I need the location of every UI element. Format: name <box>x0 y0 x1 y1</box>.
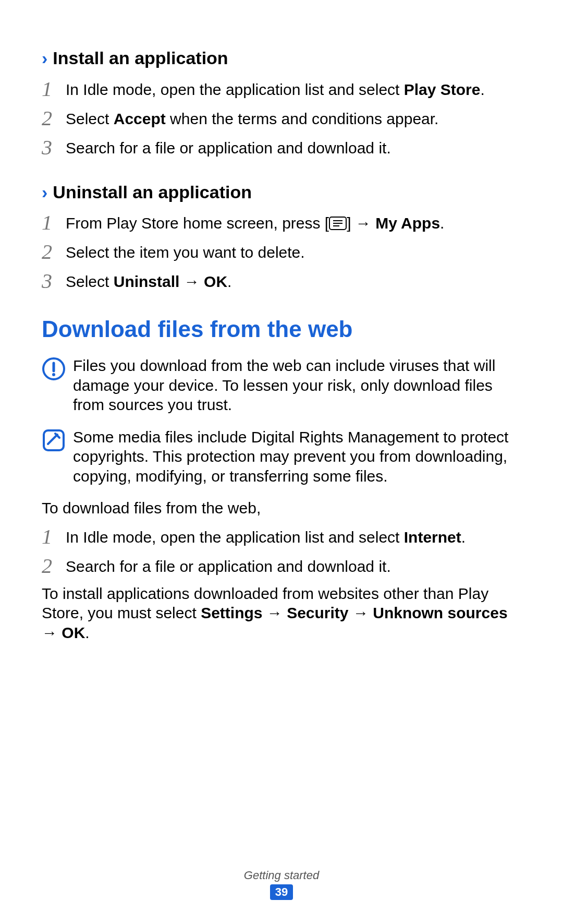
text: Select <box>66 273 114 290</box>
section-title-download: Download files from the web <box>42 315 521 343</box>
warning-text: Files you download from the web can incl… <box>73 356 521 415</box>
text: . <box>227 273 231 290</box>
bold-text: Internet <box>404 529 461 546</box>
text: . <box>461 529 466 546</box>
install-step-1: 1 In Idle mode, open the application lis… <box>42 78 521 100</box>
step-body: From Play Store home screen, press [] → … <box>66 211 521 233</box>
bold-text: Accept <box>114 110 166 127</box>
footer-section-name: Getting started <box>0 868 563 883</box>
download-intro: To download files from the web, <box>42 498 521 518</box>
text: In Idle mode, open the application list … <box>66 81 404 98</box>
step-body: Select Accept when the terms and conditi… <box>66 107 521 129</box>
step-number: 1 <box>42 525 66 547</box>
text: Search for a file or application and dow… <box>66 558 391 575</box>
step-body: In Idle mode, open the application list … <box>66 78 521 100</box>
bold-text: Uninstall → OK <box>114 273 227 290</box>
uninstall-step-1: 1 From Play Store home screen, press [] … <box>42 211 521 233</box>
caution-icon <box>42 356 73 381</box>
install-step-2: 2 Select Accept when the terms and condi… <box>42 107 521 129</box>
bold-text: My Apps <box>375 214 440 232</box>
text: . <box>480 81 484 98</box>
download-step-2: 2 Search for a file or application and d… <box>42 555 521 577</box>
svg-rect-7 <box>44 430 64 450</box>
uninstall-step-3: 3 Select Uninstall → OK. <box>42 270 521 292</box>
info-note: Some media files include Digital Rights … <box>42 427 521 486</box>
step-body: In Idle mode, open the application list … <box>66 525 521 547</box>
note-icon <box>42 427 73 452</box>
page-footer: Getting started 39 <box>0 868 563 901</box>
warning-note: Files you download from the web can incl… <box>42 356 521 415</box>
chevron-right-icon: › <box>42 47 47 69</box>
step-number: 1 <box>42 211 66 233</box>
page-number-badge: 39 <box>270 884 293 900</box>
svg-point-6 <box>52 373 55 376</box>
text: when the terms and conditions appear. <box>166 110 439 127</box>
step-number: 2 <box>42 555 66 577</box>
text: Select the item you want to delete. <box>66 244 305 261</box>
step-body: Search for a file or application and dow… <box>66 555 521 577</box>
subheading-uninstall-text: Uninstall an application <box>53 181 252 203</box>
step-number: 1 <box>42 78 66 100</box>
uninstall-step-2: 2 Select the item you want to delete. <box>42 241 521 262</box>
bold-text: Play Store <box>404 81 481 98</box>
download-outro: To install applications downloaded from … <box>42 584 521 643</box>
step-number: 3 <box>42 270 66 292</box>
menu-icon <box>329 217 347 230</box>
step-body: Select Uninstall → OK. <box>66 270 521 292</box>
text: In Idle mode, open the application list … <box>66 529 404 546</box>
chevron-right-icon: › <box>42 181 47 203</box>
text: ] → <box>347 214 375 232</box>
step-number: 2 <box>42 107 66 129</box>
text: . <box>440 214 444 232</box>
step-body: Select the item you want to delete. <box>66 241 521 262</box>
subheading-uninstall: › Uninstall an application <box>42 181 521 203</box>
install-step-3: 3 Search for a file or application and d… <box>42 136 521 158</box>
text: Search for a file or application and dow… <box>66 139 391 157</box>
step-body: Search for a file or application and dow… <box>66 136 521 158</box>
subheading-install: › Install an application <box>42 47 521 69</box>
step-number: 2 <box>42 241 66 262</box>
step-number: 3 <box>42 136 66 158</box>
download-step-1: 1 In Idle mode, open the application lis… <box>42 525 521 547</box>
text: From Play Store home screen, press [ <box>66 214 329 232</box>
subheading-install-text: Install an application <box>53 47 228 69</box>
text: . <box>85 624 89 641</box>
info-text: Some media files include Digital Rights … <box>73 427 521 486</box>
text: Select <box>66 110 114 127</box>
